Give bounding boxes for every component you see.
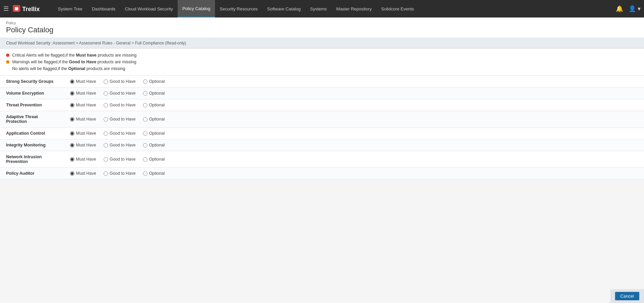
radio-input-optional[interactable] — [143, 143, 147, 147]
radio-input-good[interactable] — [104, 143, 108, 147]
nav-software-catalog[interactable]: Software Catalog — [262, 0, 306, 18]
hamburger-menu-icon[interactable]: ☰ — [3, 5, 9, 12]
radio-input-must[interactable] — [70, 157, 74, 162]
nav-system-tree[interactable]: System Tree — [53, 0, 87, 18]
nav-systems[interactable]: Systems — [305, 0, 331, 18]
policy-radio-cell: Must HaveGood to HaveOptional — [64, 88, 644, 99]
radio-option-good[interactable]: Good to Have — [104, 79, 136, 84]
radio-input-must[interactable] — [70, 117, 74, 122]
radio-label-optional: Optional — [149, 143, 165, 147]
nav-dashboards[interactable]: Dashboards — [87, 0, 120, 18]
critical-dot-icon — [6, 54, 9, 57]
page-header-sub: Policy — [6, 21, 638, 25]
table-row: Application ControlMust HaveGood to Have… — [0, 128, 644, 139]
radio-input-good[interactable] — [104, 131, 108, 136]
radio-option-good[interactable]: Good to Have — [104, 103, 136, 107]
user-menu-icon[interactable]: 👤 ▾ — [629, 5, 641, 12]
table-row: Adaptive Threat ProtectionMust HaveGood … — [0, 111, 644, 128]
radio-label-good: Good to Have — [110, 157, 136, 162]
radio-option-must[interactable]: Must Have — [70, 79, 96, 84]
policy-radio-cell: Must HaveGood to HaveOptional — [64, 168, 644, 179]
notice-critical-text: Critical Alerts will be flagged,if the M… — [12, 52, 137, 59]
radio-label-must: Must Have — [76, 131, 96, 136]
radio-input-optional[interactable] — [143, 103, 147, 107]
radio-input-good[interactable] — [104, 79, 108, 84]
radio-option-must[interactable]: Must Have — [70, 157, 96, 162]
radio-label-optional: Optional — [149, 157, 165, 162]
policy-name-cell: Network Intrusion Prevention — [0, 151, 64, 168]
top-right-icons: 🔔 👤 ▾ — [616, 5, 641, 12]
radio-option-must[interactable]: Must Have — [70, 131, 96, 136]
radio-input-optional[interactable] — [143, 91, 147, 96]
notice-warning-text: Warnings will be flagged,if the Good to … — [12, 59, 136, 65]
radio-input-optional[interactable] — [143, 131, 147, 136]
nav-cloud-workload-security[interactable]: Cloud Workload Security — [120, 0, 178, 18]
radio-label-optional: Optional — [149, 117, 165, 122]
none-dot-icon — [6, 67, 9, 70]
radio-option-optional[interactable]: Optional — [143, 157, 165, 162]
radio-option-must[interactable]: Must Have — [70, 117, 96, 122]
radio-input-must[interactable] — [70, 79, 74, 84]
radio-input-good[interactable] — [104, 157, 108, 162]
radio-option-optional[interactable]: Optional — [143, 131, 165, 136]
radio-input-must[interactable] — [70, 103, 74, 107]
policy-radio-cell: Must HaveGood to HaveOptional — [64, 139, 644, 151]
policy-radio-cell: Must HaveGood to HaveOptional — [64, 111, 644, 128]
radio-label-good: Good to Have — [110, 171, 136, 176]
radio-option-good[interactable]: Good to Have — [104, 157, 136, 162]
radio-input-good[interactable] — [104, 103, 108, 107]
radio-input-optional[interactable] — [143, 157, 147, 162]
notice-none-text: No alerts will be flagged,if the Optiona… — [12, 65, 125, 72]
notification-icon[interactable]: 🔔 — [616, 5, 623, 12]
table-row: Network Intrusion PreventionMust HaveGoo… — [0, 151, 644, 168]
radio-label-optional: Optional — [149, 171, 165, 176]
radio-group: Must HaveGood to HaveOptional — [70, 103, 638, 107]
radio-input-good[interactable] — [104, 171, 108, 176]
radio-group: Must HaveGood to HaveOptional — [70, 131, 638, 136]
radio-option-optional[interactable]: Optional — [143, 103, 165, 107]
radio-option-good[interactable]: Good to Have — [104, 143, 136, 147]
table-row: Threat PreventionMust HaveGood to HaveOp… — [0, 99, 644, 111]
radio-input-good[interactable] — [104, 91, 108, 96]
nav-security-resources[interactable]: Security Resources — [215, 0, 262, 18]
radio-input-optional[interactable] — [143, 117, 147, 122]
nav-links: System Tree Dashboards Cloud Workload Se… — [53, 0, 616, 18]
radio-option-must[interactable]: Must Have — [70, 171, 96, 176]
radio-label-must: Must Have — [76, 117, 96, 122]
radio-input-must[interactable] — [70, 171, 74, 176]
radio-input-good[interactable] — [104, 117, 108, 122]
radio-label-must: Must Have — [76, 103, 96, 107]
radio-option-optional[interactable]: Optional — [143, 171, 165, 176]
radio-input-must[interactable] — [70, 143, 74, 147]
table-row: Policy AuditorMust HaveGood to HaveOptio… — [0, 168, 644, 179]
radio-input-optional[interactable] — [143, 171, 147, 176]
radio-option-optional[interactable]: Optional — [143, 91, 165, 96]
radio-label-good: Good to Have — [110, 103, 136, 107]
page-header: Policy Policy Catalog — [0, 18, 644, 38]
radio-input-must[interactable] — [70, 131, 74, 136]
nav-solidcore-events[interactable]: Solidcore Events — [377, 0, 419, 18]
radio-option-optional[interactable]: Optional — [143, 117, 165, 122]
radio-group: Must HaveGood to HaveOptional — [70, 143, 638, 147]
radio-label-good: Good to Have — [110, 117, 136, 122]
radio-option-must[interactable]: Must Have — [70, 91, 96, 96]
radio-group: Must HaveGood to HaveOptional — [70, 171, 638, 176]
nav-master-repository[interactable]: Master Repository — [331, 0, 376, 18]
radio-option-must[interactable]: Must Have — [70, 103, 96, 107]
radio-option-good[interactable]: Good to Have — [104, 171, 136, 176]
nav-policy-catalog[interactable]: Policy Catalog — [178, 0, 215, 18]
radio-option-optional[interactable]: Optional — [143, 143, 165, 147]
radio-label-good: Good to Have — [110, 131, 136, 136]
radio-input-optional[interactable] — [143, 79, 147, 84]
radio-option-must[interactable]: Must Have — [70, 143, 96, 147]
policy-table: Strong Security GroupsMust HaveGood to H… — [0, 76, 644, 179]
radio-option-good[interactable]: Good to Have — [104, 91, 136, 96]
radio-option-good[interactable]: Good to Have — [104, 117, 136, 122]
warning-dot-icon — [6, 60, 9, 64]
radio-option-good[interactable]: Good to Have — [104, 131, 136, 136]
radio-input-must[interactable] — [70, 91, 74, 96]
radio-option-optional[interactable]: Optional — [143, 79, 165, 84]
table-row: Strong Security GroupsMust HaveGood to H… — [0, 76, 644, 88]
notice-none: No alerts will be flagged,if the Optiona… — [6, 65, 638, 72]
table-row: Integrity MonitoringMust HaveGood to Hav… — [0, 139, 644, 151]
